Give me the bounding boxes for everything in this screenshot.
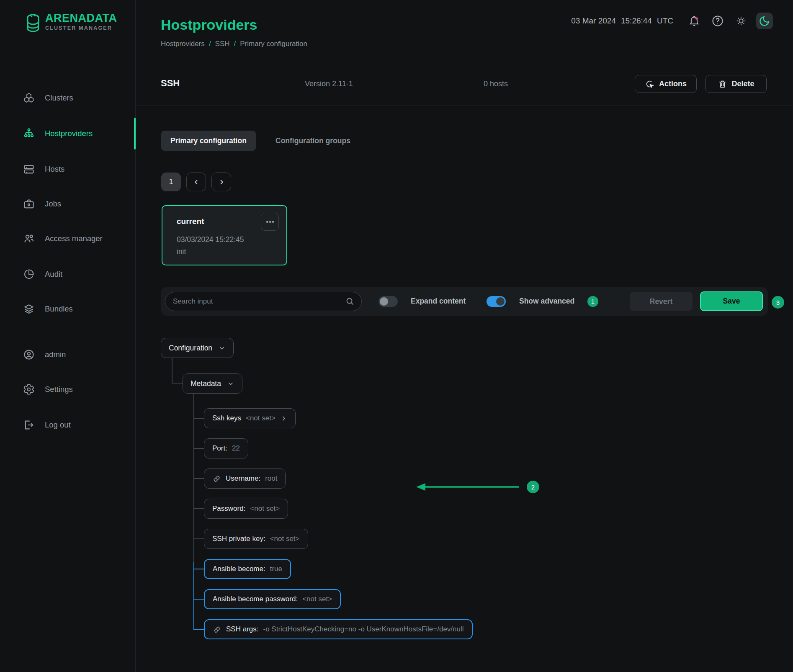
clusters-icon xyxy=(23,92,35,104)
tree-node-ssh-private-key[interactable]: SSH private key: <not set> xyxy=(204,529,308,549)
trash-icon xyxy=(718,79,727,89)
tree-node-port[interactable]: Port: 22 xyxy=(204,438,248,458)
config-version-timestamp: 03/03/2024 15:22:45 xyxy=(177,235,279,244)
tab-primary-configuration[interactable]: Primary configuration xyxy=(161,131,256,151)
config-version-card[interactable]: current 03/03/2024 15:22:45 init xyxy=(162,205,287,265)
gear-icon xyxy=(23,384,35,395)
timezone-text: UTC xyxy=(657,16,673,26)
search-input[interactable] xyxy=(165,292,362,311)
sidebar-item-settings[interactable]: Settings xyxy=(0,377,136,402)
tab-configuration-groups[interactable]: Configuration groups xyxy=(266,131,360,151)
show-advanced-label: Show advanced xyxy=(519,297,574,306)
sidebar-item-audit[interactable]: Audit xyxy=(0,262,136,286)
actions-button[interactable]: Actions xyxy=(635,75,697,93)
chevron-right-icon xyxy=(217,178,226,186)
page-number: 1 xyxy=(169,178,173,186)
time-text: 15:26:44 xyxy=(621,16,652,26)
field-label: SSH private key: xyxy=(212,535,265,543)
chevron-right-icon xyxy=(280,415,287,422)
notifications-bell-icon[interactable] xyxy=(686,13,703,29)
breadcrumb-item[interactable]: SSH xyxy=(215,40,230,48)
sidebar-item-label: admin xyxy=(45,350,66,359)
bundles-icon xyxy=(23,303,35,315)
sidebar-item-clusters[interactable]: Clusters xyxy=(0,86,136,110)
breadcrumb: Hostproviders / SSH / Primary configurat… xyxy=(161,40,307,48)
tree-node-password[interactable]: Password: <not set> xyxy=(204,499,288,519)
field-label: Ansible become password: xyxy=(213,595,298,603)
revert-button[interactable]: Revert xyxy=(630,292,693,311)
tree-connector-highlighted xyxy=(193,599,204,600)
sidebar-item-label: Hostproviders xyxy=(45,129,93,138)
user-profile-icon xyxy=(23,349,35,360)
sidebar-item-hosts[interactable]: Hosts xyxy=(0,157,136,181)
field-label: Ssh keys xyxy=(212,414,241,422)
jobs-icon xyxy=(23,198,35,210)
entity-bar: SSH Version 2.11-1 0 hosts Actions Delet… xyxy=(136,63,793,106)
save-annotation-badge: 3 xyxy=(772,296,784,309)
tree-node-ansible-become[interactable]: Ansible become: true xyxy=(204,559,291,579)
tree-connector xyxy=(193,478,204,479)
tree-node-ansible-become-password[interactable]: Ansible become password: <not set> xyxy=(204,589,341,609)
field-label: SSH args: xyxy=(226,625,258,633)
dark-theme-moon-icon[interactable] xyxy=(756,13,773,29)
tree-node-username[interactable]: Username: root xyxy=(204,469,286,489)
pagination-next-button[interactable] xyxy=(211,173,231,191)
expand-content-toggle[interactable] xyxy=(378,296,398,307)
arenadata-cluster-manager-app: ARENADATA CLUSTER MANAGER Clusters xyxy=(0,0,793,672)
field-value: <not set> xyxy=(246,414,275,422)
sidebar-item-label: Access manager xyxy=(45,234,103,243)
sidebar-item-jobs[interactable]: Jobs xyxy=(0,192,136,216)
entity-hosts-count: 0 hosts xyxy=(484,80,508,88)
breadcrumb-separator: / xyxy=(234,40,236,48)
tree-node-label: Metadata xyxy=(191,379,221,388)
config-toolbar: Expand content Show advanced 1 Revert Sa… xyxy=(161,287,768,316)
tree-connector xyxy=(193,448,204,449)
sidebar-item-hostproviders[interactable]: Hostproviders xyxy=(0,121,136,146)
sidebar-item-label: Settings xyxy=(45,385,73,394)
tree-connector-highlighted xyxy=(193,562,194,630)
breadcrumb-item[interactable]: Hostproviders xyxy=(161,40,205,48)
actions-icon xyxy=(645,79,655,89)
sidebar-item-admin[interactable]: admin xyxy=(0,342,136,367)
tree-node-ssh-args[interactable]: SSH args: -o StrictHostKeyChecking=no -o… xyxy=(204,619,473,639)
pagination-page-1[interactable]: 1 xyxy=(161,173,181,191)
pagination-prev-button[interactable] xyxy=(186,173,206,191)
tree-connector-highlighted xyxy=(193,629,204,630)
field-label: Ansible become: xyxy=(213,565,265,573)
show-advanced-toggle[interactable] xyxy=(487,296,506,307)
sidebar: ARENADATA CLUSTER MANAGER Clusters xyxy=(0,0,136,672)
tree-node-label: Configuration xyxy=(169,344,212,353)
sidebar-item-access-manager[interactable]: Access manager xyxy=(0,227,136,251)
field-value: true xyxy=(270,565,282,573)
config-version-description: init xyxy=(177,247,279,256)
page-title: Hostproviders xyxy=(161,17,257,33)
eraser-icon xyxy=(212,474,221,483)
tree-node-ssh-keys[interactable]: Ssh keys <not set> xyxy=(204,408,296,428)
card-menu-button[interactable] xyxy=(261,213,279,231)
advanced-count-badge: 1 xyxy=(587,296,598,307)
arenadata-logo-icon xyxy=(24,12,42,34)
arenadata-logo[interactable]: ARENADATA CLUSTER MANAGER xyxy=(24,12,117,34)
sidebar-item-logout[interactable]: Log out xyxy=(0,413,136,437)
sidebar-item-label: Jobs xyxy=(45,199,61,209)
actions-button-label: Actions xyxy=(659,80,687,88)
hosts-icon xyxy=(23,163,35,175)
breadcrumb-item[interactable]: Primary configuration xyxy=(240,40,307,48)
help-icon[interactable] xyxy=(709,13,726,29)
tree-node-configuration[interactable]: Configuration xyxy=(161,338,234,358)
tree-connector xyxy=(193,538,204,539)
sidebar-item-label: Audit xyxy=(45,270,62,279)
sidebar-item-bundles[interactable]: Bundles xyxy=(0,297,136,321)
light-theme-sun-icon[interactable] xyxy=(733,13,749,29)
save-button[interactable]: Save xyxy=(700,291,763,311)
field-value: <not set> xyxy=(302,595,332,603)
active-nav-indicator xyxy=(134,118,136,149)
delete-button[interactable]: Delete xyxy=(705,75,767,93)
chevron-down-icon xyxy=(227,380,234,387)
breadcrumb-separator: / xyxy=(209,40,211,48)
sidebar-item-label: Log out xyxy=(45,420,71,430)
entity-version: Version 2.11-1 xyxy=(305,80,353,88)
chevron-down-icon xyxy=(218,344,226,352)
tree-node-metadata[interactable]: Metadata xyxy=(183,373,242,394)
field-value: root xyxy=(265,474,277,483)
